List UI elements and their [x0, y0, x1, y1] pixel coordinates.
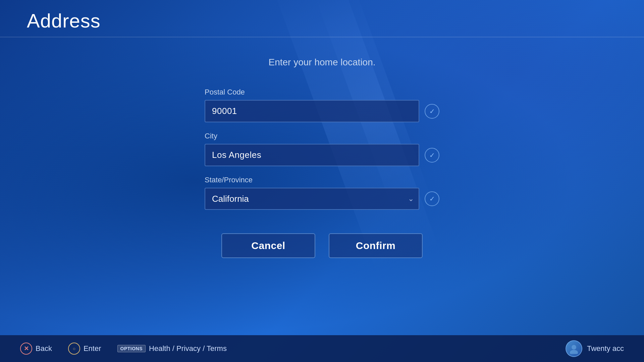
postal-code-input[interactable]: [205, 100, 419, 122]
page-title: Address: [27, 9, 101, 32]
state-check-icon: ✓: [425, 191, 439, 206]
city-label: City: [205, 132, 439, 140]
user-area: Twenty acc: [566, 340, 624, 357]
x-button-icon: ✕: [20, 343, 32, 355]
top-divider: [0, 37, 644, 37]
nav-options: OPTIONS Health / Privacy / Terms: [117, 344, 227, 353]
state-select-wrapper: California New York Texas Florida Washin…: [205, 188, 419, 210]
postal-code-label: Postal Code: [205, 88, 439, 97]
city-input[interactable]: [205, 144, 419, 166]
postal-code-row: ✓: [205, 100, 439, 122]
city-check-icon: ✓: [425, 148, 439, 163]
enter-label: Enter: [84, 344, 101, 353]
svg-point-0: [572, 345, 576, 350]
avatar: [566, 340, 582, 357]
postal-code-check-icon: ✓: [425, 104, 439, 119]
button-row: Cancel Confirm: [205, 233, 439, 258]
state-row: California New York Texas Florida Washin…: [205, 188, 439, 210]
cancel-button[interactable]: Cancel: [221, 233, 315, 258]
form-container: Enter your home location. Postal Code ✓ …: [205, 44, 439, 258]
confirm-button[interactable]: Confirm: [329, 233, 423, 258]
city-row: ✓: [205, 144, 439, 166]
postal-code-group: Postal Code ✓: [205, 88, 439, 122]
user-name-label: Twenty acc: [587, 344, 624, 353]
svg-point-1: [570, 350, 578, 354]
nav-back: ✕ Back: [20, 343, 52, 355]
nav-enter: ○ Enter: [68, 343, 101, 355]
back-label: Back: [36, 344, 52, 353]
bottom-bar: ✕ Back ○ Enter OPTIONS Health / Privacy …: [0, 335, 644, 362]
health-label: Health / Privacy / Terms: [149, 344, 227, 353]
options-button-icon: OPTIONS: [117, 345, 146, 352]
state-label: State/Province: [205, 176, 439, 184]
state-group: State/Province California New York Texas…: [205, 176, 439, 210]
o-button-icon: ○: [68, 343, 80, 355]
form-subtitle: Enter your home location.: [205, 57, 439, 68]
city-group: City ✓: [205, 132, 439, 166]
state-select[interactable]: California New York Texas Florida Washin…: [205, 188, 419, 210]
